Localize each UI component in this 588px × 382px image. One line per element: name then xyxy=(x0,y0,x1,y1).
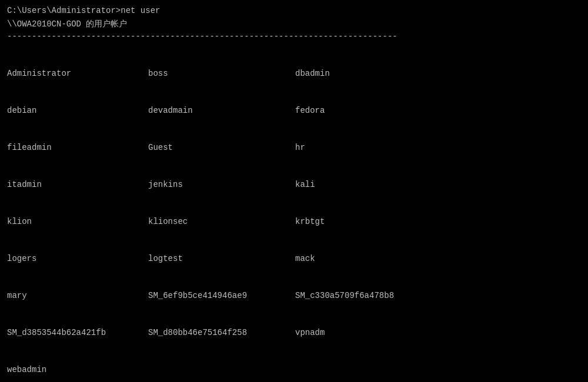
section-header-1: \\OWA2010CN-GOD 的用户帐户 xyxy=(7,18,581,31)
prompt-1: C:\Users\Administrator>net user xyxy=(7,5,581,17)
table-row: SM_d3853544b62a421fbSM_d80bb46e75164f258… xyxy=(7,327,581,339)
table-row: marySM_6ef9b5ce414946ae9SM_c330a5709f6a4… xyxy=(7,290,581,302)
table-row: klionklionseckrbtgt xyxy=(7,216,581,228)
table-row: debiandevadmainfedora xyxy=(7,105,581,117)
user-table-1: Administratorbossdbadmin debiandevadmain… xyxy=(7,43,581,382)
table-row: logerslogtestmack xyxy=(7,253,581,265)
table-row: webadmin xyxy=(7,364,581,376)
terminal-section-1: C:\Users\Administrator>net user \\OWA201… xyxy=(7,5,581,382)
table-row: Administratorbossdbadmin xyxy=(7,68,581,80)
table-row: fileadminGuesthr xyxy=(7,142,581,154)
separator-1: ----------------------------------------… xyxy=(7,31,581,43)
table-row: itadminjenkinskali xyxy=(7,179,581,191)
